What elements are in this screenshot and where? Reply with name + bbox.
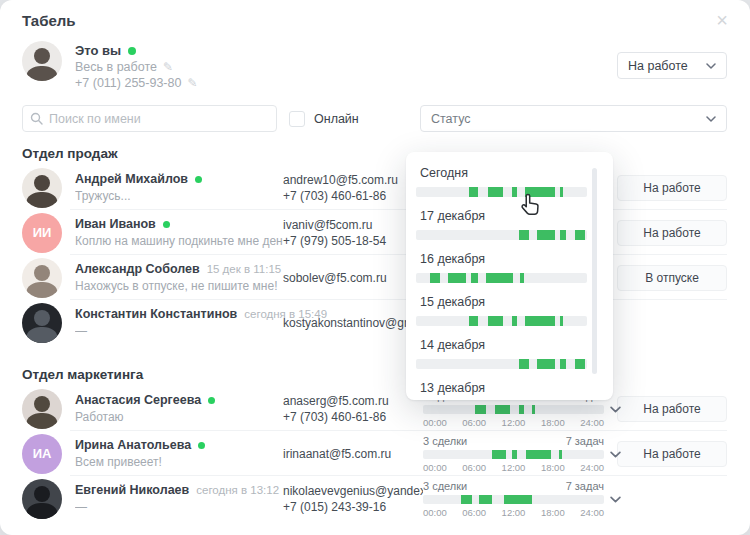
last-seen-timestamp: сегодня в 13:12: [196, 484, 279, 496]
status-filter-select[interactable]: Статус: [420, 105, 727, 132]
time-axis: 00:0006:0012:0018:0024:00: [423, 417, 604, 428]
popup-day-row[interactable]: Сегодня: [420, 166, 587, 197]
department-section: Отдел продаж Андрей Михайлов Тружусь... …: [0, 146, 750, 345]
person-phone: +7 (703) 460-61-86: [283, 188, 423, 204]
person-status-note: —: [75, 324, 283, 338]
popup-day-label: 15 декабря: [420, 295, 587, 310]
cursor-pointer-icon: [518, 192, 544, 218]
avatar: [22, 168, 62, 208]
availability-select[interactable]: На работе: [617, 52, 727, 79]
status-badge-button[interactable]: На работе: [617, 441, 727, 467]
expand-chevron-icon[interactable]: [610, 496, 621, 503]
avatar: [22, 479, 62, 519]
close-icon[interactable]: ×: [710, 8, 734, 32]
avatar: ИИ: [22, 213, 62, 253]
popup-day-row[interactable]: 14 декабря: [420, 338, 587, 369]
person-status-note: Нахожусь в отпуске, не пишите мне!: [75, 279, 283, 293]
section-title: Отдел маркетинга: [22, 367, 750, 382]
activity-bar: [416, 230, 587, 240]
status-badge-button[interactable]: На работе: [617, 220, 727, 246]
person-name: Андрей Михайлов: [75, 172, 188, 186]
search-icon: [30, 112, 43, 125]
person-email: irinaanat@f5.com.ru: [283, 446, 423, 462]
popup-day-label: Сегодня: [420, 166, 587, 181]
person-status-note: Всем привееет!: [75, 455, 283, 469]
expand-chevron-icon[interactable]: [610, 451, 621, 458]
popup-day-label: 17 декабря: [420, 209, 587, 224]
person-email: kostyakonstantinov@gma...: [283, 315, 423, 331]
deals-count: 3 сделки: [423, 480, 467, 492]
expand-chevron-icon[interactable]: [610, 406, 621, 413]
person-name: Константин Константинов: [75, 307, 237, 321]
current-user-name: Это вы: [75, 43, 121, 58]
popup-day-label: 13 декабря: [420, 381, 587, 396]
person-email: nikolaevevgenius@yandex...: [283, 483, 423, 499]
time-axis: 00:0006:0012:0018:0024:00: [423, 507, 604, 518]
timesheet-modal: Табель × Это вы Весь в работе ✎ +7 (011)…: [0, 0, 750, 535]
person-name: Иван Иванов: [75, 217, 156, 231]
section-title: Отдел продаж: [22, 146, 750, 161]
status-badge-button[interactable]: На работе: [617, 175, 727, 201]
person-row[interactable]: Евгений Николаев сегодня в 13:12 — nikol…: [0, 476, 750, 521]
activity-bar: [416, 273, 587, 283]
popup-day-row[interactable]: 16 декабря: [420, 252, 587, 283]
avatar: [22, 41, 62, 81]
person-name: Александр Соболев: [75, 262, 200, 276]
status-badge-button[interactable]: В отпуске: [617, 265, 727, 291]
filter-bar: Онлайн Статус: [22, 105, 727, 132]
popup-day-row[interactable]: 15 декабря: [420, 295, 587, 326]
person-status-note: Работаю: [75, 410, 283, 424]
chevron-down-icon: [706, 63, 716, 69]
person-row[interactable]: Александр Соболев 15 дек в 11:15 Нахожус…: [0, 255, 750, 300]
person-status-note: Тружусь...: [75, 189, 283, 203]
person-row[interactable]: Андрей Михайлов Тружусь... andrew10@f5.c…: [0, 165, 750, 210]
activity-bar: [416, 316, 587, 326]
avatar: [22, 303, 62, 343]
tasks-count: 7 задач: [566, 435, 604, 447]
timesheet-popup: Сегодня 17 декабря 16 декабря 15 декабря…: [406, 152, 613, 400]
person-row[interactable]: Анастасия Сергеева Работаю anaserg@f5.co…: [0, 386, 750, 431]
people-list: Отдел продаж Андрей Михайлов Тружусь... …: [0, 146, 750, 521]
status-badge-button[interactable]: На работе: [617, 396, 727, 422]
activity-bar: [416, 187, 587, 197]
page-title: Табель: [22, 12, 728, 29]
avatar: [22, 389, 62, 429]
avatar: ИА: [22, 434, 62, 474]
popup-day-row[interactable]: 13 декабря: [420, 381, 587, 396]
person-phone: +7 (703) 460-61-86: [283, 409, 423, 425]
popup-day-label: 14 декабря: [420, 338, 587, 353]
last-seen-timestamp: 15 дек в 11:15: [207, 263, 282, 275]
popup-day-row[interactable]: 17 декабря: [420, 209, 587, 240]
person-row[interactable]: Константин Константинов сегодня в 15:49 …: [0, 300, 750, 345]
day-timeline: 3 сделки 7 задач 00:0006:0012:0018:0024:…: [423, 435, 604, 473]
activity-bar: [423, 495, 604, 504]
edit-status-icon[interactable]: ✎: [163, 60, 173, 74]
person-phone: +7 (015) 243-39-16: [283, 499, 423, 515]
online-status-dot: [198, 442, 205, 449]
avatar: [22, 258, 62, 298]
person-phone: +7 (979) 505-18-54: [283, 233, 423, 249]
person-row[interactable]: ИА Ирина Анатольева Всем привееет! irina…: [0, 431, 750, 476]
edit-phone-icon[interactable]: ✎: [187, 76, 197, 90]
person-email: andrew10@f5.com.ru: [283, 172, 423, 188]
person-name: Анастасия Сергеева: [75, 393, 201, 407]
online-status-dot: [128, 47, 136, 55]
popup-scrollbar[interactable]: [592, 168, 597, 374]
activity-bar: [423, 450, 604, 459]
time-axis: 00:0006:0012:0018:0024:00: [423, 462, 604, 473]
popup-day-label: 16 декабря: [420, 252, 587, 267]
online-checkbox[interactable]: [289, 111, 305, 127]
person-name: Ирина Анатольева: [75, 438, 191, 452]
person-email: ivaniv@f5com.ru: [283, 217, 423, 233]
person-status-note: Коплю на машину подкиньте мне денег по..…: [75, 234, 283, 248]
person-row[interactable]: ИИ Иван Иванов Коплю на машину подкиньте…: [0, 210, 750, 255]
modal-header: Табель: [0, 0, 750, 29]
person-status-note: —: [75, 500, 283, 514]
person-name: Евгений Николаев: [75, 483, 189, 497]
current-user-status: Весь в работе: [75, 60, 157, 74]
online-status-dot: [163, 221, 170, 228]
online-checkbox-label: Онлайн: [314, 112, 359, 126]
online-status-dot: [195, 176, 202, 183]
search-input[interactable]: [22, 105, 277, 132]
online-status-dot: [208, 397, 215, 404]
